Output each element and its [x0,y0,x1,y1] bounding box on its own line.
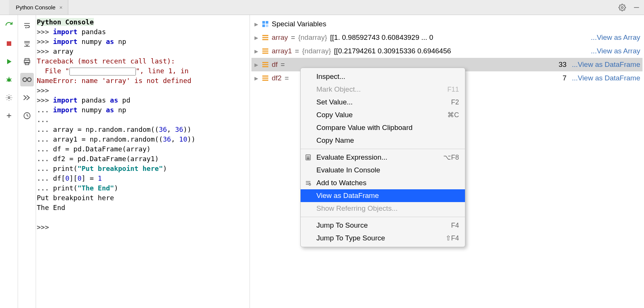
menu-separator [301,217,465,217]
svg-point-50 [309,184,310,185]
left-toolbar-col2 [18,15,36,308]
svg-point-0 [621,7,623,9]
svg-point-20 [27,78,31,82]
svg-line-8 [6,81,8,82]
debug-button[interactable] [2,73,16,86]
left-toolbar-col1 [0,15,18,308]
scroll-to-end-button[interactable] [20,37,34,50]
equals-sign: = [281,60,285,69]
show-variables-button[interactable] [20,73,34,86]
expand-icon[interactable]: ▶ [254,75,259,81]
settings-button[interactable] [2,91,16,104]
view-as-link[interactable]: ...View as Array [591,33,640,42]
tab-label: Python Console [16,4,56,11]
menu-item-label: Jump To Type Source [316,234,385,242]
list-icon [262,34,269,41]
svg-rect-29 [262,39,268,40]
menu-item-shortcut: ⌥F8 [443,153,459,162]
view-as-link[interactable]: ...View as DataFrame [572,60,640,69]
equals-sign: = [284,74,289,82]
svg-rect-35 [262,66,268,67]
watches-icon [305,180,311,186]
menu-item[interactable]: Evaluate Expression...⌥F8 [301,151,465,164]
minimize-icon[interactable] [633,4,640,11]
window-tabbar: Python Console × [0,0,644,15]
tab-python-console[interactable]: Python Console × [9,0,68,15]
expand-icon[interactable]: ▶ [254,21,259,27]
list-icon [262,61,269,68]
print-button[interactable] [20,55,34,68]
svg-line-9 [10,81,11,82]
list-icon [262,48,269,54]
svg-rect-34 [262,64,268,65]
menu-item-label: Copy Value [316,111,353,119]
svg-point-43 [309,157,310,158]
rerun-button[interactable] [2,19,16,32]
menu-item[interactable]: Copy Value⌘C [301,109,465,121]
menu-item-shortcut: F4 [451,222,459,229]
variable-name: array [272,33,288,42]
svg-rect-26 [266,24,268,27]
svg-point-10 [8,97,10,99]
list-icon [262,75,269,82]
variable-type: {ndarray} [302,47,331,55]
stop-button[interactable] [2,37,16,50]
gear-icon[interactable] [618,4,626,11]
special-variables-row[interactable]: ▶Special Variables [251,17,642,31]
menu-item[interactable]: Compare Value with Clipboard [301,121,465,134]
menu-item[interactable]: Evaluate In Console [301,164,465,177]
expand-icon[interactable]: ▶ [254,35,259,41]
menu-item[interactable]: Copy Name [301,134,465,147]
svg-rect-27 [262,35,268,36]
svg-rect-2 [7,41,11,46]
svg-rect-38 [262,80,268,81]
expand-icon[interactable]: ▶ [254,62,259,68]
svg-rect-31 [262,51,268,52]
variable-row[interactable]: ▶array1 = {ndarray} [[0.21794261 0.30915… [251,44,642,58]
menu-item-shortcut: ⌘C [447,111,459,119]
svg-rect-32 [262,53,268,54]
history-button[interactable] [20,109,34,122]
svg-point-19 [23,78,27,82]
special-variables-label: Special Variables [272,20,326,28]
menu-item[interactable]: Inspect... [301,70,465,83]
menu-item-label: Add to Watches [316,179,366,187]
menu-item[interactable]: Jump To Type Source⇧F4 [301,232,465,245]
variable-row[interactable]: ▶array = {ndarray} [[1. 0.98592743 0.608… [251,31,642,44]
svg-rect-25 [262,24,265,27]
menu-item[interactable]: Jump To SourceF4 [301,219,465,232]
variable-value: [[0.21794261 0.30915336 0.6946456 [334,47,451,55]
grid-icon [262,21,269,27]
console-output[interactable]: Python Console >>> import pandas >>> imp… [36,15,250,308]
menu-item-label: Set Value... [316,98,353,106]
run-button[interactable] [2,55,16,68]
svg-marker-3 [7,59,12,64]
menu-item-label: Jump To Source [316,221,368,229]
menu-item-label: Inspect... [316,72,345,81]
svg-rect-36 [262,75,268,77]
menu-item[interactable]: View as DataFrame [301,189,465,202]
close-icon[interactable]: × [59,4,63,11]
menu-item-label: Copy Name [316,136,354,145]
svg-rect-28 [262,37,268,38]
svg-line-7 [10,79,11,79]
menu-item[interactable]: Set Value...F2 [301,96,465,109]
variable-last-col: 33 [559,60,567,69]
view-as-link[interactable]: ...View as DataFrame [572,74,640,82]
expand-icon[interactable]: ▶ [254,48,259,54]
view-as-link[interactable]: ...View as Array [591,47,640,55]
svg-point-41 [307,157,308,158]
menu-item[interactable]: Add to Watches [301,177,465,189]
soft-wrap-button[interactable] [20,19,34,32]
menu-separator [301,149,465,149]
variable-name: df2 [272,74,281,82]
menu-item-label: Evaluate Expression... [316,153,387,162]
svg-point-42 [308,157,308,158]
new-console-button[interactable] [2,109,16,122]
equals-sign: = [295,47,299,55]
menu-item-label: Mark Object... [316,85,361,94]
svg-point-45 [308,159,308,159]
menu-item: Mark Object...F11 [301,83,465,96]
history-forward-button[interactable] [20,91,34,104]
svg-rect-24 [266,21,268,24]
